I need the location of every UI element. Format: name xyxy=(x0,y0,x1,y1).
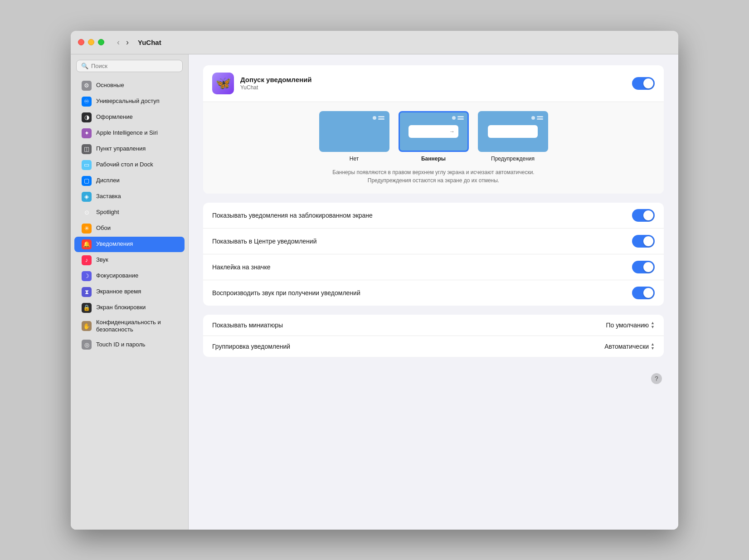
style-option-none[interactable]: Нет xyxy=(319,111,389,162)
sidebar-item-privacy[interactable]: ✋Конфиденциальность и безопасность xyxy=(74,316,185,337)
dropdown-selector-thumbnails[interactable]: По умолчанию▲▼ xyxy=(606,321,655,329)
dropdown-label-thumbnails: Показывать миниатюры xyxy=(212,321,283,329)
back-button[interactable]: ‹ xyxy=(115,37,122,47)
sidebar-label-control-center: Пункт управления xyxy=(96,145,146,153)
style-label-none: Нет xyxy=(350,156,359,162)
settings-label-sound: Воспроизводить звук при получении уведом… xyxy=(212,289,360,297)
search-icon: 🔍 xyxy=(81,63,88,69)
general-icon: ⚙ xyxy=(82,81,92,91)
sidebar-item-touchid[interactable]: ◎Touch ID и пароль xyxy=(74,337,185,352)
settings-row-sound: Воспроизводить звук при получении уведом… xyxy=(203,280,664,306)
help-area: ? xyxy=(203,366,664,384)
wallpaper-icon: ✳ xyxy=(82,224,92,234)
preview-dot-b xyxy=(452,116,456,120)
banner-arrow: → xyxy=(449,128,455,135)
main-window: ‹ › YuChat 🔍 ⚙Основные♾Универсальный дос… xyxy=(71,31,678,530)
window-body: 🔍 ⚙Основные♾Универсальный доступ◑Оформле… xyxy=(71,54,678,530)
dropdown-row-grouping: Группировка уведомленийАвтоматически▲▼ xyxy=(203,336,664,357)
forward-button[interactable]: › xyxy=(124,37,131,47)
style-picker: Нет xyxy=(203,102,664,194)
preview-lines xyxy=(378,116,384,120)
sidebar-label-wallpaper: Обои xyxy=(96,224,111,232)
titlebar: ‹ › YuChat xyxy=(71,31,678,54)
settings-label-badge: Наклейка на значке xyxy=(212,263,270,271)
sidebar-item-siri[interactable]: ✦Apple Intelligence и Siri xyxy=(74,126,185,141)
sidebar-item-accessibility[interactable]: ♾Универсальный доступ xyxy=(74,94,185,109)
sidebar-item-spotlight[interactable]: ⊙Spotlight xyxy=(74,205,185,220)
sidebar-label-spotlight: Spotlight xyxy=(96,209,119,216)
sidebar-item-appearance[interactable]: ◑Оформление xyxy=(74,110,185,125)
settings-label-notification-center: Показывать в Центре уведомлений xyxy=(212,238,317,245)
sidebar-label-sound: Звук xyxy=(96,256,108,264)
sidebar-label-notifications: Уведомления xyxy=(96,240,133,248)
banner-preview: → xyxy=(409,125,458,138)
alert-preview xyxy=(488,125,538,138)
style-description: Баннеры появляются в правом верхнем углу… xyxy=(212,168,655,185)
sidebar-item-notifications[interactable]: 🔔Уведомления xyxy=(74,237,185,252)
sidebar-item-focus[interactable]: ☽Фокусирование xyxy=(74,268,185,284)
chevron-updown-icon: ▲▼ xyxy=(651,321,655,329)
toggle-knob xyxy=(643,288,653,298)
sidebar-label-displays: Дисплеи xyxy=(96,177,120,185)
appearance-icon: ◑ xyxy=(82,112,92,122)
traffic-lights xyxy=(78,39,104,45)
preview-bar-none xyxy=(373,116,384,120)
touchid-icon: ◎ xyxy=(82,340,92,350)
app-subtitle: YuChat xyxy=(240,84,626,91)
style-label-alerts: Предупреждения xyxy=(491,156,535,162)
preview-dot xyxy=(373,116,376,120)
allow-notifications-label: Допуск уведомлений xyxy=(240,76,626,83)
preview-bar-banners xyxy=(452,116,464,120)
style-preview-alerts xyxy=(478,111,548,152)
sidebar-item-screen-time[interactable]: ⧗Экранное время xyxy=(74,284,185,300)
sidebar-label-lock-screen: Экран блокировки xyxy=(96,304,146,312)
style-label-banners: Баннеры xyxy=(421,156,446,162)
preview-lines-b xyxy=(457,116,464,120)
screen-time-icon: ⧗ xyxy=(82,287,92,297)
dropdown-value-grouping: Автоматически xyxy=(604,343,649,350)
style-option-banners[interactable]: → Баннеры xyxy=(399,111,469,162)
sidebar-item-sound[interactable]: ♪Звук xyxy=(74,253,185,268)
sidebar-item-general[interactable]: ⚙Основные xyxy=(74,78,185,93)
notifications-icon: 🔔 xyxy=(82,239,92,249)
app-info: Допуск уведомлений YuChat xyxy=(240,76,626,91)
dropdown-selector-grouping[interactable]: Автоматически▲▼ xyxy=(604,342,655,351)
sidebar: 🔍 ⚙Основные♾Универсальный доступ◑Оформле… xyxy=(71,54,189,530)
toggle-sound[interactable] xyxy=(632,287,655,299)
sidebar-item-wallpaper[interactable]: ✳Обои xyxy=(74,221,185,236)
app-header-card: 🦋 Допуск уведомлений YuChat xyxy=(203,65,664,194)
settings-row-notification-center: Показывать в Центре уведомлений xyxy=(203,229,664,254)
sidebar-item-screensaver[interactable]: ◈Заставка xyxy=(74,189,185,205)
style-preview-none xyxy=(319,111,389,152)
sidebar-item-desktop-dock[interactable]: ▭Рабочий стол и Dock xyxy=(74,157,185,173)
search-box[interactable]: 🔍 xyxy=(76,60,183,72)
minimize-button[interactable] xyxy=(88,39,94,45)
style-options: Нет xyxy=(212,111,655,162)
close-button[interactable] xyxy=(78,39,84,45)
sidebar-item-control-center[interactable]: ◫Пункт управления xyxy=(74,141,185,157)
allow-notifications-toggle[interactable] xyxy=(632,77,655,90)
sidebar-label-general: Основные xyxy=(96,82,124,89)
toggle-badge[interactable] xyxy=(632,261,655,273)
toggle-knob xyxy=(643,236,653,246)
focus-icon: ☽ xyxy=(82,271,92,281)
toggle-knob xyxy=(643,78,653,88)
settings-row-lock-screen-notifications: Показывать уведомления на заблокированно… xyxy=(203,203,664,229)
sidebar-label-privacy: Конфиденциальность и безопасность xyxy=(96,319,177,334)
help-button[interactable]: ? xyxy=(651,373,662,384)
toggle-lock-screen-notifications[interactable] xyxy=(632,209,655,222)
siri-icon: ✦ xyxy=(82,128,92,138)
control-center-icon: ◫ xyxy=(82,144,92,154)
dropdown-label-grouping: Группировка уведомлений xyxy=(212,343,290,350)
lock-screen-icon: 🔒 xyxy=(82,303,92,313)
sidebar-item-displays[interactable]: ▢Дисплеи xyxy=(74,173,185,189)
style-option-alerts[interactable]: Предупреждения xyxy=(478,111,548,162)
app-icon: 🦋 xyxy=(212,73,234,94)
search-input[interactable] xyxy=(91,63,178,69)
toggle-notification-center[interactable] xyxy=(632,235,655,248)
screensaver-icon: ◈ xyxy=(82,192,92,202)
sidebar-label-desktop-dock: Рабочий стол и Dock xyxy=(96,161,153,169)
sidebar-item-lock-screen[interactable]: 🔒Экран блокировки xyxy=(74,300,185,316)
fullscreen-button[interactable] xyxy=(98,39,104,45)
settings-row-badge: Наклейка на значке xyxy=(203,254,664,280)
